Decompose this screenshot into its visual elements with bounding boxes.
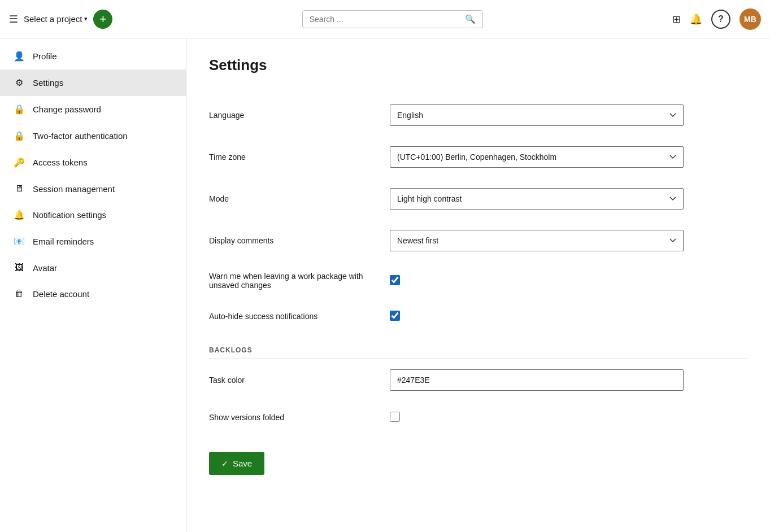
warn-checkbox[interactable] bbox=[390, 275, 400, 285]
avatar[interactable]: MB bbox=[739, 8, 761, 30]
project-select-label: Select a project bbox=[24, 14, 82, 24]
sidebar-item-change-password[interactable]: 🔒 Change password bbox=[0, 96, 186, 123]
mode-control: Light high contrast Light Dark bbox=[390, 188, 684, 210]
sidebar-item-label: Avatar bbox=[33, 263, 57, 273]
sidebar-item-notification-settings[interactable]: 🔔 Notification settings bbox=[0, 202, 186, 228]
sidebar-item-label: Email reminders bbox=[33, 237, 94, 246]
chevron-down-icon: ▾ bbox=[84, 15, 88, 23]
show-versions-row: Show versions folded bbox=[209, 401, 747, 434]
topnav-center: 🔍 bbox=[119, 10, 665, 28]
help-button[interactable]: ? bbox=[711, 10, 730, 29]
display-comments-label: Display comments bbox=[209, 236, 379, 245]
bell-icon[interactable]: 🔔 bbox=[690, 13, 702, 25]
display-comments-select[interactable]: Newest first Oldest first bbox=[390, 230, 684, 251]
sidebar-item-email-reminders[interactable]: 📧 Email reminders bbox=[0, 228, 186, 255]
timezone-control: (UTC+01:00) Berlin, Copenhagen, Stockhol… bbox=[390, 146, 684, 168]
autohide-label: Auto-hide success notifications bbox=[209, 312, 379, 321]
sidebar-item-label: Access tokens bbox=[33, 158, 88, 167]
key-icon: 🔑 bbox=[14, 157, 25, 168]
autohide-control bbox=[390, 310, 684, 322]
sidebar-item-label: Two-factor authentication bbox=[33, 131, 128, 141]
sidebar-item-label: Session management bbox=[33, 184, 115, 194]
sidebar-item-access-tokens[interactable]: 🔑 Access tokens bbox=[0, 149, 186, 176]
lock2-icon: 🔒 bbox=[14, 130, 25, 141]
task-color-label: Task color bbox=[209, 376, 379, 385]
bell2-icon: 🔔 bbox=[14, 210, 25, 220]
display-comments-control: Newest first Oldest first bbox=[390, 230, 684, 251]
sidebar-item-settings[interactable]: ⚙ Settings bbox=[0, 69, 186, 96]
display-comments-row: Display comments Newest first Oldest fir… bbox=[209, 220, 747, 261]
autohide-row: Auto-hide success notifications bbox=[209, 300, 747, 333]
sidebar-item-label: Delete account bbox=[33, 289, 89, 299]
sidebar-item-label: Change password bbox=[33, 104, 101, 114]
checkmark-icon: ✓ bbox=[221, 459, 228, 468]
warn-row: Warn me when leaving a work package with… bbox=[209, 261, 747, 300]
sidebar: 👤 Profile ⚙ Settings 🔒 Change password 🔒… bbox=[0, 38, 186, 532]
mode-label: Mode bbox=[209, 194, 379, 203]
add-project-button[interactable]: + bbox=[93, 10, 112, 29]
page-title: Settings bbox=[209, 56, 747, 74]
sidebar-item-session-management[interactable]: 🖥 Session management bbox=[0, 176, 186, 202]
timezone-label: Time zone bbox=[209, 152, 379, 162]
lock-icon: 🔒 bbox=[14, 104, 25, 115]
language-label: Language bbox=[209, 111, 379, 120]
topnav: ☰ Select a project ▾ + 🔍 ⊞ 🔔 ? MB bbox=[0, 0, 770, 38]
backlogs-divider: BACKLOGS bbox=[209, 346, 747, 359]
monitor-icon: 🖥 bbox=[14, 184, 25, 194]
backlogs-title: BACKLOGS bbox=[209, 346, 747, 359]
language-select[interactable]: English German French Spanish bbox=[390, 104, 684, 126]
language-row: Language English German French Spanish bbox=[209, 94, 747, 136]
sidebar-item-label: Notification settings bbox=[33, 210, 106, 220]
task-color-row: Task color bbox=[209, 359, 747, 401]
settings-section: Language English German French Spanish T… bbox=[209, 94, 747, 434]
mode-select[interactable]: Light high contrast Light Dark bbox=[390, 188, 684, 210]
language-control: English German French Spanish bbox=[390, 104, 684, 126]
main-content: Settings Language English German French … bbox=[186, 38, 770, 532]
mode-row: Mode Light high contrast Light Dark bbox=[209, 178, 747, 220]
save-button[interactable]: ✓ Save bbox=[209, 452, 264, 475]
show-versions-checkbox[interactable] bbox=[390, 412, 400, 422]
search-input[interactable] bbox=[310, 15, 465, 24]
sidebar-item-label: Profile bbox=[33, 51, 57, 61]
hamburger-icon[interactable]: ☰ bbox=[9, 13, 18, 25]
topnav-right: ⊞ 🔔 ? MB bbox=[672, 8, 761, 30]
sidebar-item-avatar[interactable]: 🖼 Avatar bbox=[0, 255, 186, 281]
sidebar-item-label: Settings bbox=[33, 78, 63, 88]
task-color-control bbox=[390, 369, 684, 391]
image-icon: 🖼 bbox=[14, 263, 25, 273]
autohide-checkbox[interactable] bbox=[390, 311, 400, 321]
settings-icon: ⚙ bbox=[14, 77, 25, 88]
timezone-row: Time zone (UTC+01:00) Berlin, Copenhagen… bbox=[209, 136, 747, 178]
sidebar-item-two-factor[interactable]: 🔒 Two-factor authentication bbox=[0, 123, 186, 149]
topnav-left: ☰ Select a project ▾ + bbox=[9, 10, 112, 29]
layout: 👤 Profile ⚙ Settings 🔒 Change password 🔒… bbox=[0, 38, 770, 532]
project-select[interactable]: Select a project ▾ bbox=[24, 14, 88, 24]
show-versions-label: Show versions folded bbox=[209, 413, 379, 422]
sidebar-item-delete-account[interactable]: 🗑 Delete account bbox=[0, 281, 186, 307]
save-label: Save bbox=[233, 459, 252, 468]
show-versions-control bbox=[390, 411, 684, 424]
grid-icon[interactable]: ⊞ bbox=[672, 13, 681, 25]
email-icon: 📧 bbox=[14, 236, 25, 247]
profile-icon: 👤 bbox=[14, 51, 25, 62]
trash-icon: 🗑 bbox=[14, 289, 25, 299]
timezone-select[interactable]: (UTC+01:00) Berlin, Copenhagen, Stockhol… bbox=[390, 146, 684, 168]
warn-control bbox=[390, 274, 684, 287]
search-icon: 🔍 bbox=[465, 14, 476, 24]
search-box: 🔍 bbox=[302, 10, 483, 28]
warn-label: Warn me when leaving a work package with… bbox=[209, 272, 379, 290]
task-color-input[interactable] bbox=[390, 369, 684, 391]
sidebar-item-profile[interactable]: 👤 Profile bbox=[0, 43, 186, 69]
